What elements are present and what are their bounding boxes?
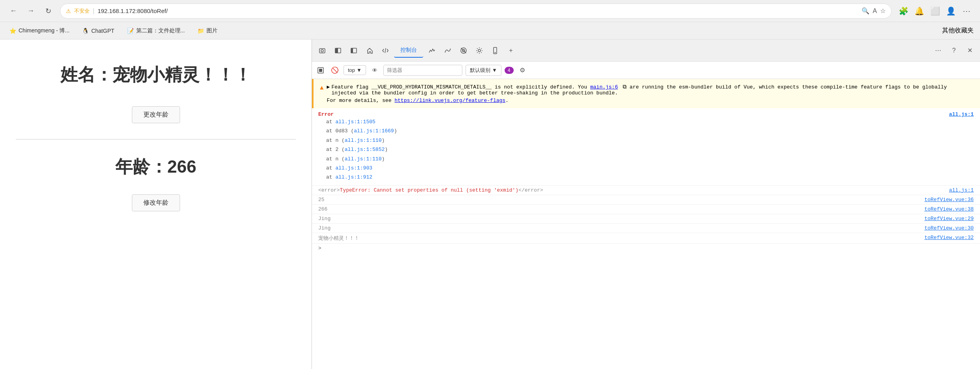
log-value-pet: 宠物小精灵！！！: [318, 235, 359, 242]
svg-line-6: [385, 48, 386, 53]
stack-line-1: at all.js:1:1505: [326, 117, 974, 126]
devtools-toolbar: 控制台 + ⋯ ? ✕: [312, 40, 980, 62]
more-button[interactable]: ⋯: [959, 4, 974, 18]
copy-icon[interactable]: ⧉: [623, 84, 627, 90]
log-value-jing2: Jing: [318, 225, 330, 231]
svg-rect-14: [319, 69, 322, 72]
message-count-badge: 4: [505, 67, 514, 74]
warning-expand-arrow[interactable]: ▶: [327, 84, 330, 90]
dt-console-tab[interactable]: 控制台: [394, 43, 423, 58]
dt-device-btn[interactable]: [488, 43, 502, 58]
font-size-icon: A: [873, 8, 877, 15]
dt-close-btn[interactable]: ✕: [963, 43, 977, 58]
svg-point-10: [478, 49, 481, 52]
log-source-pet[interactable]: toRefView.vue:32: [924, 235, 974, 242]
bookmarks-bar: ⭐ Chimengmeng - 博... 🐧 ChatGPT 📝 第二篇：文件处…: [0, 22, 980, 40]
devtools-panel: 控制台 + ⋯ ? ✕ 🚫: [312, 40, 980, 369]
stack-link-2[interactable]: all.js:1:1669: [354, 128, 394, 134]
stack-link-6[interactable]: all.js:1:903: [335, 165, 372, 171]
stack-link-7[interactable]: all.js:1:912: [335, 174, 372, 180]
error-tag-source[interactable]: all.js:1: [949, 187, 974, 193]
level-chevron: ▼: [492, 67, 497, 73]
log-value-25: 25: [318, 197, 325, 203]
address-text: 192.168.1.172:8080/toRef/: [98, 8, 858, 14]
back-button[interactable]: ←: [6, 4, 21, 18]
eye-button[interactable]: 👁: [369, 65, 380, 76]
console-settings-btn[interactable]: ⚙: [517, 65, 528, 76]
warning-text: Feature flag __VUE_PROD_HYDRATION_MISMAT…: [331, 84, 974, 96]
secure-label: 不安全: [74, 8, 90, 15]
stack-line-4: at 2 (all.js:1:5852): [326, 145, 974, 154]
forward-button[interactable]: →: [24, 4, 38, 18]
dt-sidebar-btn[interactable]: [347, 43, 361, 58]
log-source-jing2[interactable]: toRefView.vue:30: [924, 225, 974, 231]
error-tag-row: <error>TypeError: Cannot set properties …: [312, 186, 980, 195]
stack-line-5: at n (all.js:1:110): [326, 154, 974, 164]
dt-more-btn[interactable]: ⋯: [931, 43, 945, 58]
warning-source-link[interactable]: main.js:6: [590, 84, 618, 90]
top-selector[interactable]: top ▼: [344, 65, 366, 75]
top-chevron: ▼: [357, 67, 362, 73]
error-source-link[interactable]: all.js:1: [949, 111, 974, 117]
filter-input[interactable]: [383, 65, 462, 76]
dt-help-btn[interactable]: ?: [947, 43, 961, 58]
console-toggle-btn[interactable]: [315, 65, 326, 76]
dt-source-btn[interactable]: [378, 43, 392, 58]
bookmark-chimengmeng-label: Chimengmeng - 博...: [19, 27, 69, 34]
nav-buttons: ← → ↻: [6, 4, 55, 18]
extension-button[interactable]: 🧩: [896, 4, 911, 18]
bookmark-chapter2-label: 第二篇：文件处理...: [136, 27, 185, 34]
webpage-area: 姓名：宠物小精灵！！！ 更改年龄 年龄：266 修改年龄: [0, 40, 312, 369]
dt-home-btn[interactable]: [362, 43, 377, 58]
reload-button[interactable]: ↻: [41, 4, 55, 18]
dt-settings-btn[interactable]: [472, 43, 486, 58]
bookmark-chatgpt-icon: 🐧: [82, 28, 89, 34]
dt-screenshot-btn[interactable]: [315, 43, 329, 58]
dt-performance-btn[interactable]: [425, 43, 439, 58]
stack-line-3: at n (all.js:1:110): [326, 136, 974, 145]
error-title-row: Error all.js:1: [318, 111, 974, 117]
svg-rect-3: [335, 48, 338, 53]
stack-link-3[interactable]: all.js:1:110: [345, 137, 382, 143]
bookmark-chimengmeng-icon: ⭐: [9, 28, 16, 34]
error-open-tag: <error>: [318, 187, 340, 193]
page-title: 姓名：宠物小精灵！！！: [60, 63, 252, 87]
dt-add-tab-btn[interactable]: +: [504, 43, 518, 58]
bookmark-images[interactable]: 📁 图片: [194, 26, 221, 36]
dt-security-btn[interactable]: [456, 43, 471, 58]
modify-age-button[interactable]: 修改年龄: [132, 194, 180, 211]
stack-line-7: at all.js:1:912: [326, 173, 974, 182]
bookmark-chapter2[interactable]: 📝 第二篇：文件处理...: [124, 26, 188, 36]
stack-link-5[interactable]: all.js:1:110: [345, 156, 382, 162]
vue-feature-flags-link[interactable]: https://link.vuejs.org/feature-flags: [394, 98, 505, 104]
dt-toggle-btn[interactable]: [331, 43, 345, 58]
level-selector[interactable]: 默认级别 ▼: [466, 65, 501, 76]
log-source-25[interactable]: toRefView.vue:36: [924, 197, 974, 203]
star-icon: ☆: [880, 7, 886, 15]
expand-arrow[interactable]: >: [312, 244, 980, 253]
profile-button[interactable]: 👤: [944, 4, 958, 18]
address-bar[interactable]: ⚠ 不安全 | 192.168.1.172:8080/toRef/ 🔍 A ☆: [60, 4, 892, 19]
log-value-266: 266: [318, 206, 327, 212]
stack-link-1[interactable]: all.js:1:1505: [335, 119, 375, 125]
warning-header: ▶ Feature flag __VUE_PROD_HYDRATION_MISM…: [327, 84, 974, 96]
main-layout: 姓名：宠物小精灵！！！ 更改年龄 年龄：266 修改年龄 控制台: [0, 40, 980, 369]
stack-link-4[interactable]: all.js:1:5852: [345, 147, 385, 152]
bookmark-chatgpt[interactable]: 🐧 ChatGPT: [79, 26, 117, 36]
age-display: 年龄：266: [115, 155, 196, 179]
bookmark-chimengmeng[interactable]: ⭐ Chimengmeng - 博...: [6, 26, 73, 36]
log-source-266[interactable]: toRefView.vue:38: [924, 206, 974, 212]
error-type-text: TypeError: Cannot set properties of null…: [340, 187, 518, 193]
log-line-jing2: Jing toRefView.vue:30: [312, 224, 980, 233]
zoom-icon: 🔍: [862, 7, 869, 15]
warning-message: ▲ ▶ Feature flag __VUE_PROD_HYDRATION_MI…: [312, 79, 980, 108]
split-button[interactable]: ⬜: [928, 4, 942, 18]
dt-network-btn[interactable]: [441, 43, 455, 58]
update-button[interactable]: 🔔: [912, 4, 926, 18]
bookmark-chapter2-icon: 📝: [127, 28, 134, 34]
no-entry-btn[interactable]: 🚫: [329, 65, 340, 76]
svg-rect-0: [319, 49, 325, 53]
log-source-jing1[interactable]: toRefView.vue:29: [924, 216, 974, 222]
change-age-button[interactable]: 更改年龄: [132, 106, 180, 123]
security-icon: ⚠: [66, 8, 71, 14]
